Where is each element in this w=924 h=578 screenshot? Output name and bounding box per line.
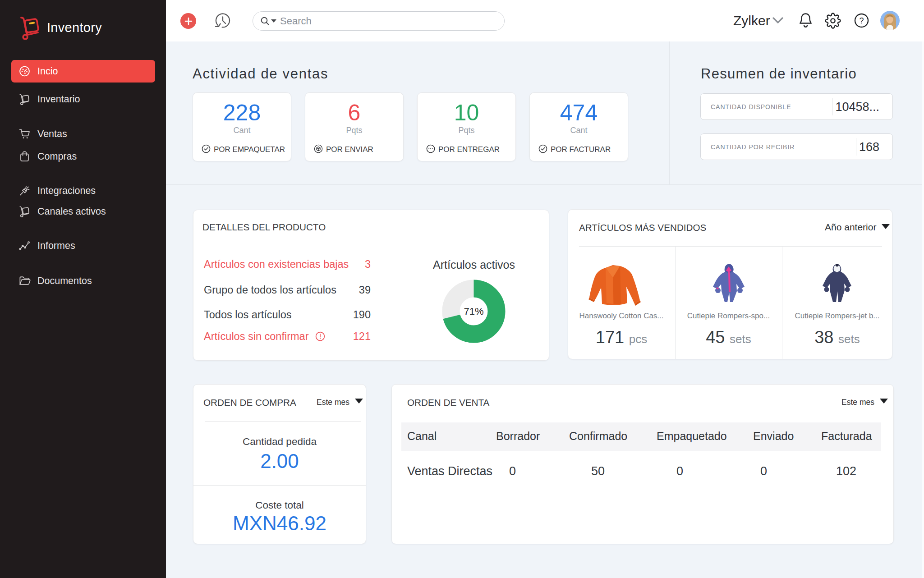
svg-text:?: ? xyxy=(859,16,864,25)
svg-text:71%: 71% xyxy=(464,306,483,317)
